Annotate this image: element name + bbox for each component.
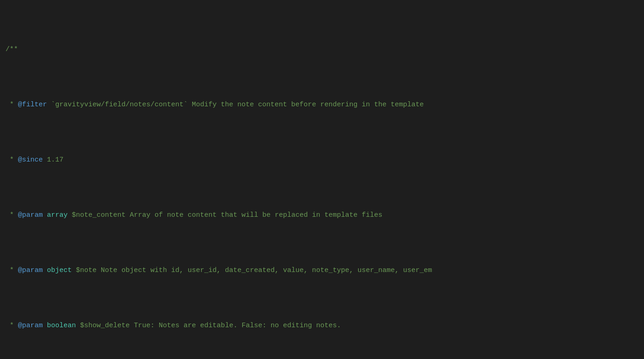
code-line-2: * @filter `gravityview/field/notes/conte… xyxy=(0,99,644,110)
code-line-5: * @param object $note Note object with i… xyxy=(0,265,644,276)
code-line-4: * @param array $note_content Array of no… xyxy=(0,210,644,221)
code-line-1: /** xyxy=(0,44,644,55)
code-line-3: * @since 1.17 xyxy=(0,155,644,166)
code-line-6: * @param boolean $show_delete True: Note… xyxy=(0,320,644,331)
code-viewer: /** * @filter `gravityview/field/notes/c… xyxy=(0,0,644,359)
